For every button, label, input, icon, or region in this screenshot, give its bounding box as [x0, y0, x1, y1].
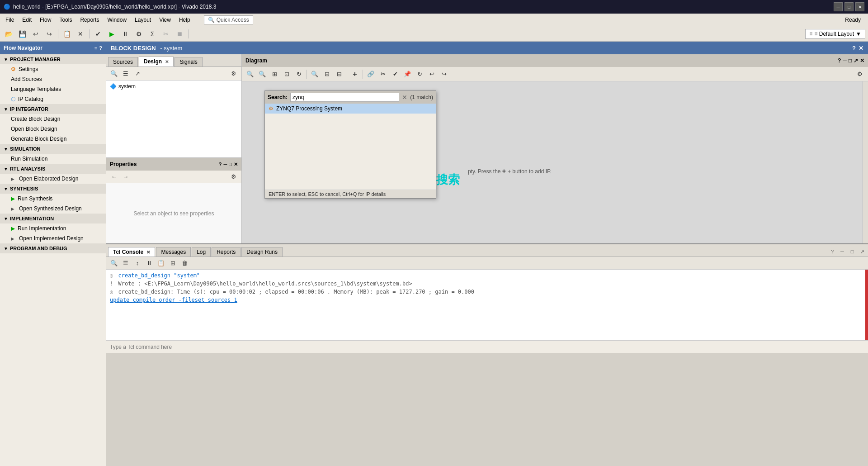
- section-project-manager[interactable]: ▼ PROJECT MANAGER: [0, 54, 106, 64]
- clear-search-icon[interactable]: ✕: [402, 94, 407, 101]
- minimize-button[interactable]: ─: [834, 2, 843, 11]
- menu-view[interactable]: View: [156, 15, 175, 24]
- menu-help[interactable]: Help: [175, 15, 194, 24]
- nav-item-run-implementation[interactable]: ▶ Run Implementation: [0, 223, 106, 233]
- toolbar-redo-btn[interactable]: ↪: [43, 29, 55, 39]
- diagram-canvas[interactable]: Search: ✕ (1 match) ⚙ ZYNQ7 Processing S…: [242, 81, 868, 243]
- tab-close-icon[interactable]: ✕: [165, 59, 169, 64]
- menu-edit[interactable]: Edit: [19, 15, 35, 24]
- section-implementation[interactable]: ▼ IMPLEMENTATION: [0, 214, 106, 223]
- back-button[interactable]: ←: [109, 172, 119, 182]
- nav-item-run-synthesis[interactable]: ▶ Run Synthesis: [0, 194, 106, 204]
- toolbar-open-btn[interactable]: 📂: [3, 29, 14, 39]
- maximize-icon[interactable]: □: [229, 162, 232, 167]
- section-ip-integrator[interactable]: ▼ IP INTEGRATOR: [0, 104, 106, 114]
- nav-item-open-synthesized-design[interactable]: ▶ Open Synthesized Design: [0, 204, 106, 214]
- pin-btn[interactable]: 📌: [402, 69, 413, 80]
- gear-button[interactable]: ⚙: [229, 69, 239, 79]
- expand-button[interactable]: ↗: [132, 69, 142, 79]
- validate-btn[interactable]: ✔: [390, 69, 401, 80]
- diagram-gear-btn[interactable]: ⚙: [854, 69, 865, 80]
- maximize-button[interactable]: □: [844, 2, 854, 11]
- toolbar-delete-btn[interactable]: ✕: [75, 29, 86, 39]
- tab-design[interactable]: Design ✕: [139, 57, 174, 67]
- search-btn[interactable]: 🔍: [309, 69, 320, 80]
- refresh-btn[interactable]: ↻: [293, 69, 304, 80]
- maximize-icon[interactable]: □: [849, 57, 852, 64]
- console-search-btn[interactable]: 🔍: [109, 258, 119, 268]
- tab-design-runs[interactable]: Design Runs: [241, 247, 283, 257]
- nav-item-add-sources[interactable]: Add Sources: [0, 74, 106, 84]
- undo-diagram-btn[interactable]: ↩: [426, 69, 437, 80]
- menu-file[interactable]: File: [2, 15, 18, 24]
- menu-window[interactable]: Window: [104, 15, 130, 24]
- nav-item-open-implemented-design[interactable]: ▶ Open Implemented Design: [0, 233, 106, 243]
- toolbar-pause-btn[interactable]: ⏸: [119, 29, 131, 39]
- nav-item-open-block-design[interactable]: Open Block Design: [0, 124, 106, 134]
- section-simulation[interactable]: ▼ SIMULATION: [0, 144, 106, 154]
- nav-item-run-simulation[interactable]: Run Simulation: [0, 154, 106, 164]
- zoom-in-btn[interactable]: 🔍: [257, 69, 268, 80]
- console-filter-btn[interactable]: ☰: [121, 258, 131, 268]
- title-bar-controls[interactable]: ─ □ ✕: [834, 2, 864, 11]
- nav-help-icon[interactable]: ?: [99, 45, 102, 51]
- toolbar-undo-btn[interactable]: ↩: [30, 29, 42, 39]
- maximize-icon[interactable]: □: [848, 247, 856, 256]
- nav-item-generate-block-design[interactable]: Generate Block Design: [0, 134, 106, 144]
- tab-close-icon[interactable]: ✕: [146, 250, 150, 255]
- help-icon[interactable]: ?: [219, 162, 222, 167]
- ip-search-input[interactable]: [290, 93, 399, 102]
- close-icon[interactable]: ✕: [234, 162, 238, 167]
- menu-tools[interactable]: Tools: [56, 15, 75, 24]
- quick-access-bar[interactable]: 🔍 Quick Access: [204, 15, 253, 24]
- minimize-icon[interactable]: ─: [843, 57, 847, 64]
- toolbar-stop-btn[interactable]: ⏹: [174, 29, 185, 39]
- console-copy-btn[interactable]: 📋: [156, 258, 166, 268]
- tab-messages[interactable]: Messages: [156, 247, 191, 257]
- toolbar-sigma-btn[interactable]: Σ: [146, 29, 158, 39]
- minimize-icon[interactable]: ─: [224, 162, 227, 167]
- close-button[interactable]: ✕: [855, 2, 864, 11]
- tab-tcl-console[interactable]: Tcl Console ✕: [108, 247, 155, 257]
- close-icon[interactable]: ✕: [859, 45, 863, 52]
- fit-all-btn[interactable]: ⊟: [321, 69, 332, 80]
- help-icon[interactable]: ?: [852, 45, 856, 52]
- minimize-icon[interactable]: ─: [838, 247, 846, 256]
- fullscreen-icon[interactable]: ↗: [854, 57, 858, 64]
- nav-item-settings[interactable]: ⚙ Settings: [0, 64, 106, 74]
- console-wrap-btn[interactable]: ↕: [132, 258, 142, 268]
- align-btn[interactable]: ⊟: [334, 69, 344, 80]
- section-synthesis[interactable]: ▼ SYNTHESIS: [0, 184, 106, 194]
- help-icon[interactable]: ?: [838, 57, 841, 64]
- toolbar-gear-btn[interactable]: ⚙: [133, 29, 145, 39]
- add-ip-btn[interactable]: +: [349, 69, 360, 80]
- console-expand-btn[interactable]: ⊞: [168, 258, 178, 268]
- diagram-scrollbar[interactable]: [863, 81, 868, 243]
- console-pause-btn[interactable]: ⏸: [144, 258, 154, 268]
- filter-button[interactable]: ☰: [121, 69, 131, 79]
- tab-signals[interactable]: Signals: [175, 57, 202, 67]
- forward-button[interactable]: →: [121, 172, 131, 182]
- layout-dropdown[interactable]: ≡ ≡ Default Layout ▼: [805, 29, 865, 39]
- toolbar-save-btn[interactable]: 💾: [16, 29, 28, 39]
- nav-item-language-templates[interactable]: Language Templates: [0, 84, 106, 94]
- toolbar-copy-btn[interactable]: 📋: [61, 29, 73, 39]
- close-icon[interactable]: ✕: [860, 57, 864, 64]
- tab-reports[interactable]: Reports: [212, 247, 241, 257]
- gear-button[interactable]: ⚙: [229, 172, 239, 182]
- menu-layout[interactable]: Layout: [131, 15, 155, 24]
- tcl-command-input[interactable]: [110, 344, 864, 350]
- toolbar-check-btn[interactable]: ✔: [92, 29, 104, 39]
- tab-log[interactable]: Log: [192, 247, 211, 257]
- ip-result-zynq7[interactable]: ⚙ ZYNQ7 Processing System: [265, 104, 436, 114]
- console-clear-btn[interactable]: 🗑: [179, 258, 189, 268]
- reload-btn[interactable]: ↻: [414, 69, 425, 80]
- menu-flow[interactable]: Flow: [36, 15, 55, 24]
- fullscreen-icon[interactable]: ↗: [858, 247, 866, 256]
- fit-btn[interactable]: ⊞: [269, 69, 280, 80]
- nav-item-create-block-design[interactable]: Create Block Design: [0, 114, 106, 124]
- nav-item-ip-catalog[interactable]: ⬡ IP Catalog: [0, 94, 106, 104]
- nav-settings-icon[interactable]: ≡: [94, 45, 97, 51]
- redo-diagram-btn[interactable]: ↪: [439, 69, 449, 80]
- zoom-to-selection-btn[interactable]: ⊡: [281, 69, 292, 80]
